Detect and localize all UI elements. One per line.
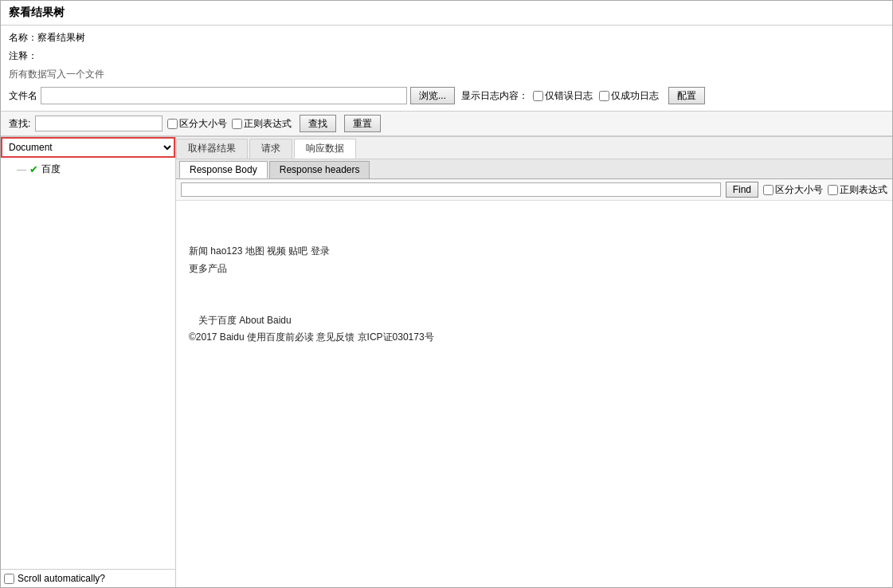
find-button[interactable]: 查找 bbox=[300, 115, 336, 132]
response-line-5 bbox=[189, 277, 879, 295]
log-label: 显示日志内容： bbox=[461, 89, 528, 103]
all-data-row: 所有数据写入一个文件 bbox=[9, 65, 884, 84]
response-regex-item: 正则表达式 bbox=[828, 183, 887, 197]
inner-tabs: Response Body Response headers bbox=[176, 159, 892, 179]
all-data-label: 所有数据写入一个文件 bbox=[9, 69, 104, 80]
tab-request-label: 请求 bbox=[261, 143, 280, 154]
tab-response-label: 响应数据 bbox=[306, 143, 344, 154]
case-sensitive-label: 区分大小号 bbox=[179, 117, 227, 131]
success-log-checkbox[interactable] bbox=[599, 91, 609, 101]
tab-body-label: Response Body bbox=[190, 164, 257, 175]
search-label: 查找: bbox=[9, 117, 30, 131]
left-panel: Document 请求 响应数据 — ✔ 百度 Scroll automatic… bbox=[1, 137, 176, 587]
response-line-7: 关于百度 About Baidu bbox=[189, 312, 879, 330]
response-line-8: ©2017 Baidu 使用百度前必读 意见反馈 京ICP证030173号 bbox=[189, 329, 879, 347]
scroll-auto-label: Scroll automatically? bbox=[18, 573, 105, 584]
search-bar: 查找: 区分大小号 正则表达式 查找 重置 bbox=[1, 112, 892, 136]
form-section: 名称： 察看结果树 注释： 所有数据写入一个文件 文件名 浏览... 显示日志内… bbox=[1, 25, 892, 112]
error-log-item: 仅错误日志 bbox=[533, 89, 593, 103]
reset-button[interactable]: 重置 bbox=[344, 115, 381, 132]
case-sensitive-checkbox[interactable] bbox=[167, 119, 178, 129]
response-search-input[interactable] bbox=[181, 182, 721, 197]
document-dropdown[interactable]: Document 请求 响应数据 bbox=[2, 139, 174, 156]
name-value: 察看结果树 bbox=[37, 31, 85, 45]
config-button[interactable]: 配置 bbox=[668, 87, 705, 104]
left-panel-header: Document 请求 响应数据 bbox=[1, 137, 175, 158]
response-regex-checkbox[interactable] bbox=[828, 185, 838, 195]
comment-label: 注释： bbox=[9, 49, 37, 63]
regex-checkbox[interactable] bbox=[232, 119, 242, 129]
success-icon: ✔ bbox=[29, 163, 38, 175]
response-toolbar: Find 区分大小号 正则表达式 bbox=[176, 179, 892, 201]
scroll-auto-checkbox[interactable] bbox=[4, 574, 14, 584]
response-line-3: 新闻 hao123 地图 视频 贴吧 登录 bbox=[189, 243, 879, 261]
file-label: 文件名 bbox=[9, 89, 37, 103]
error-log-label: 仅错误日志 bbox=[545, 89, 593, 103]
tree-dash: — bbox=[17, 164, 26, 175]
tab-request[interactable]: 请求 bbox=[249, 139, 292, 159]
left-panel-footer: Scroll automatically? bbox=[1, 569, 175, 587]
search-input[interactable] bbox=[35, 116, 163, 131]
name-row: 名称： 察看结果树 bbox=[9, 29, 884, 47]
response-case-checkbox[interactable] bbox=[763, 185, 774, 195]
file-row: 文件名 浏览... 显示日志内容： 仅错误日志 仅成功日志 配置 bbox=[9, 84, 884, 108]
response-line-6 bbox=[189, 295, 879, 312]
tree-area: — ✔ 百度 bbox=[1, 158, 175, 569]
tab-response-data[interactable]: 响应数据 bbox=[294, 139, 356, 159]
response-find-button[interactable]: Find bbox=[726, 182, 758, 198]
tree-item-baidu[interactable]: — ✔ 百度 bbox=[14, 161, 172, 178]
comment-row: 注释： bbox=[9, 47, 884, 65]
browse-button[interactable]: 浏览... bbox=[410, 87, 455, 104]
right-panel: 取样器结果 请求 响应数据 Response Body Response hea… bbox=[176, 137, 892, 587]
log-section: 显示日志内容： 仅错误日志 仅成功日志 配置 bbox=[461, 87, 705, 104]
outer-tabs: 取样器结果 请求 响应数据 bbox=[176, 137, 892, 159]
main-content: Document 请求 响应数据 — ✔ 百度 Scroll automatic… bbox=[1, 136, 892, 587]
response-body: 新闻 hao123 地图 视频 贴吧 登录 更多产品 关于百度 About Ba… bbox=[176, 201, 892, 587]
case-sensitive-item: 区分大小号 bbox=[167, 117, 227, 131]
name-label: 名称： bbox=[9, 31, 37, 45]
response-case-item: 区分大小号 bbox=[763, 183, 823, 197]
error-log-checkbox[interactable] bbox=[533, 91, 543, 101]
tab-response-headers[interactable]: Response headers bbox=[269, 161, 370, 178]
response-case-label: 区分大小号 bbox=[775, 183, 823, 197]
response-line-2 bbox=[189, 226, 879, 244]
tree-item-label: 百度 bbox=[41, 163, 61, 176]
checkbox-group: 仅错误日志 仅成功日志 配置 bbox=[533, 87, 705, 104]
success-log-item: 仅成功日志 bbox=[599, 89, 659, 103]
main-window: 察看结果树 名称： 察看结果树 注释： 所有数据写入一个文件 文件名 浏览...… bbox=[0, 0, 893, 588]
regex-label: 正则表达式 bbox=[244, 117, 292, 131]
tab-sampler-result[interactable]: 取样器结果 bbox=[176, 139, 248, 159]
response-line-1 bbox=[189, 209, 879, 226]
title-bar: 察看结果树 bbox=[1, 1, 892, 25]
tab-headers-label: Response headers bbox=[280, 164, 360, 175]
file-input[interactable] bbox=[41, 87, 407, 104]
tab-response-body[interactable]: Response Body bbox=[179, 161, 268, 178]
window-title: 察看结果树 bbox=[9, 6, 65, 18]
regex-item: 正则表达式 bbox=[232, 117, 292, 131]
response-regex-label: 正则表达式 bbox=[840, 183, 887, 197]
success-log-label: 仅成功日志 bbox=[611, 89, 659, 103]
response-line-4: 更多产品 bbox=[189, 261, 879, 278]
tab-sampler-label: 取样器结果 bbox=[188, 143, 236, 154]
